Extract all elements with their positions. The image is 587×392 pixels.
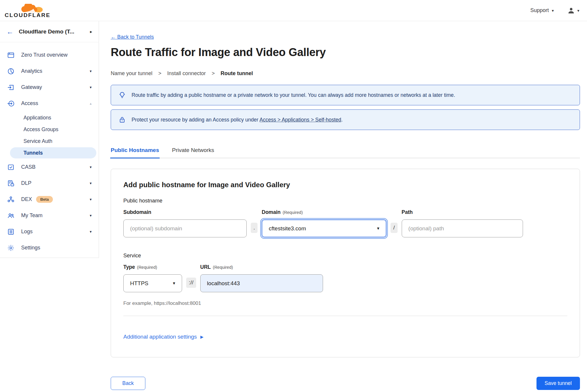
account-name[interactable]: Cloudflare Demo (T... bbox=[19, 28, 90, 35]
step-install-connector[interactable]: Install connector bbox=[167, 70, 206, 77]
browser-window-icon bbox=[7, 51, 15, 59]
support-label: Support bbox=[530, 7, 549, 13]
hostname-fields-row: Subdomain . Domain(Required) cftestsite3… bbox=[123, 209, 567, 237]
sidebar-item-applications[interactable]: Applications bbox=[0, 112, 99, 123]
document-lock-icon bbox=[7, 180, 15, 187]
lightbulb-icon bbox=[118, 91, 126, 99]
sidebar-item-label: Zero Trust overview bbox=[21, 52, 68, 58]
chevron-down-icon[interactable]: ▾ bbox=[90, 85, 92, 89]
domain-select[interactable]: cftestsite3.com ▼ bbox=[262, 219, 386, 237]
cloudflare-wordmark: CLOUDFLARE bbox=[5, 12, 51, 18]
sidebar-item-label: DLP bbox=[21, 180, 31, 186]
sidebar-item-settings[interactable]: Settings bbox=[0, 240, 99, 256]
url-input[interactable] bbox=[200, 274, 323, 292]
cloudflare-logo: CLOUDFLARE bbox=[6, 4, 49, 18]
sidebar-item-label: My Team bbox=[21, 212, 43, 219]
sidebar-item-service-auth[interactable]: Service Auth bbox=[0, 136, 99, 147]
main-content: ← Back to Tunnels Route Traffic for Imag… bbox=[111, 21, 580, 392]
chevron-down-icon[interactable]: ▾ bbox=[90, 181, 92, 185]
dropdown-caret-icon: ▼ bbox=[376, 226, 380, 231]
card-divider bbox=[123, 316, 567, 316]
breadcrumb-separator: > bbox=[212, 70, 215, 77]
sidebar-item-my-team[interactable]: My Team ▾ bbox=[0, 207, 99, 224]
domain-label: Domain(Required) bbox=[262, 209, 386, 215]
gateway-icon bbox=[7, 84, 15, 91]
sub-item-label: Access Groups bbox=[23, 126, 58, 133]
dex-network-icon bbox=[7, 196, 15, 203]
sidebar-item-analytics[interactable]: Analytics ▾ bbox=[0, 63, 99, 79]
chevron-down-icon[interactable]: ▾ bbox=[90, 197, 92, 202]
service-section-label: Service bbox=[123, 253, 567, 259]
required-hint: (Required) bbox=[213, 265, 233, 270]
sidebar-item-casb[interactable]: CASB ▾ bbox=[0, 159, 99, 175]
sidebar-item-label: DEX bbox=[21, 196, 32, 202]
back-arrow-icon[interactable]: ← bbox=[6, 28, 14, 35]
step-name-your-tunnel[interactable]: Name your tunnel bbox=[111, 70, 152, 77]
chevron-down-icon[interactable]: ▾ bbox=[90, 165, 92, 169]
breadcrumb-separator: > bbox=[158, 70, 162, 77]
breadcrumb: Name your tunnel > Install connector > R… bbox=[111, 70, 580, 77]
sidebar-item-label: Logs bbox=[21, 229, 33, 235]
lock-icon bbox=[118, 116, 126, 124]
sidebar-item-logs[interactable]: Logs ▾ bbox=[0, 224, 99, 240]
url-example-hint: For example, https://localhost:8001 bbox=[123, 300, 567, 306]
path-input[interactable] bbox=[402, 219, 523, 237]
chevron-down-icon[interactable]: ▾ bbox=[90, 69, 92, 73]
tab-private-networks[interactable]: Private Networks bbox=[172, 147, 214, 158]
info-banner-access-policy: Protect your resource by adding an Acces… bbox=[111, 109, 580, 130]
back-button[interactable]: Back bbox=[111, 377, 145, 390]
scheme-separator: :// bbox=[186, 278, 196, 288]
chevron-down-icon: ▾ bbox=[552, 8, 554, 13]
expand-right-icon[interactable]: ▸ bbox=[90, 29, 92, 34]
slash-separator: / bbox=[391, 223, 397, 233]
expand-caret-icon: ▶ bbox=[200, 334, 203, 339]
form-footer: Back Save tunnel bbox=[111, 377, 580, 392]
access-icon bbox=[7, 100, 15, 107]
required-hint: (Required) bbox=[282, 210, 303, 215]
required-hint: (Required) bbox=[137, 265, 157, 270]
public-hostname-section-label: Public hostname bbox=[123, 198, 567, 204]
cloudflare-cloud-icon bbox=[19, 4, 44, 13]
chevron-down-icon[interactable]: ▾ bbox=[90, 229, 92, 234]
sidebar-item-access[interactable]: Access ▴ bbox=[0, 95, 99, 111]
type-label: Type(Required) bbox=[123, 264, 182, 270]
sub-item-label: Tunnels bbox=[23, 150, 43, 156]
team-icon bbox=[7, 212, 15, 219]
type-selected-value: HTTPS bbox=[130, 280, 148, 287]
tab-public-hostnames[interactable]: Public Hostnames bbox=[111, 147, 159, 158]
card-title: Add public hostname for Image and Video … bbox=[123, 181, 567, 189]
user-icon bbox=[567, 7, 575, 14]
sidebar-item-label: Gateway bbox=[21, 84, 42, 90]
pie-chart-icon bbox=[7, 67, 15, 75]
sidebar-item-tunnels[interactable]: Tunnels bbox=[10, 147, 96, 158]
subdomain-input[interactable] bbox=[123, 219, 247, 237]
sidebar-item-label: CASB bbox=[21, 164, 36, 170]
chevron-down-icon: ▾ bbox=[577, 8, 579, 13]
beta-badge: Beta bbox=[36, 196, 53, 203]
chevron-down-icon[interactable]: ▾ bbox=[90, 213, 92, 218]
path-label: Path bbox=[402, 209, 523, 215]
service-fields-row: Type(Required) HTTPS ▼ :// URL(Required) bbox=[123, 264, 567, 292]
sub-item-label: Service Auth bbox=[23, 138, 52, 144]
sidebar-item-dlp[interactable]: DLP ▾ bbox=[0, 175, 99, 191]
sidebar-item-label: Access bbox=[21, 100, 38, 107]
type-select[interactable]: HTTPS ▼ bbox=[123, 274, 182, 292]
step-route-tunnel: Route tunnel bbox=[221, 70, 253, 77]
sidebar-item-dex[interactable]: DEX Beta ▾ bbox=[0, 191, 99, 207]
tab-bar: Public Hostnames Private Networks bbox=[111, 147, 580, 158]
save-tunnel-button[interactable]: Save tunnel bbox=[536, 377, 580, 390]
access-policy-link[interactable]: Access > Applications > Self-hosted bbox=[260, 117, 341, 123]
chevron-up-icon[interactable]: ▴ bbox=[90, 101, 92, 106]
sidebar: ← Cloudflare Demo (T... ▸ Zero Trust ove… bbox=[0, 21, 99, 258]
subdomain-label: Subdomain bbox=[123, 209, 247, 215]
sidebar-item-label: Analytics bbox=[21, 68, 42, 74]
additional-settings-toggle[interactable]: Additional application settings ▶ bbox=[123, 334, 203, 340]
banner-text: Protect your resource by adding an Acces… bbox=[132, 117, 343, 123]
logs-icon bbox=[7, 228, 15, 236]
sidebar-item-gateway[interactable]: Gateway ▾ bbox=[0, 79, 99, 95]
back-to-tunnels-link[interactable]: ← Back to Tunnels bbox=[111, 34, 154, 40]
sidebar-item-zero-trust-overview[interactable]: Zero Trust overview bbox=[0, 47, 99, 63]
sidebar-item-access-groups[interactable]: Access Groups bbox=[0, 124, 99, 135]
support-menu[interactable]: Support ▾ bbox=[530, 7, 554, 13]
account-menu[interactable]: ▾ bbox=[567, 7, 579, 14]
